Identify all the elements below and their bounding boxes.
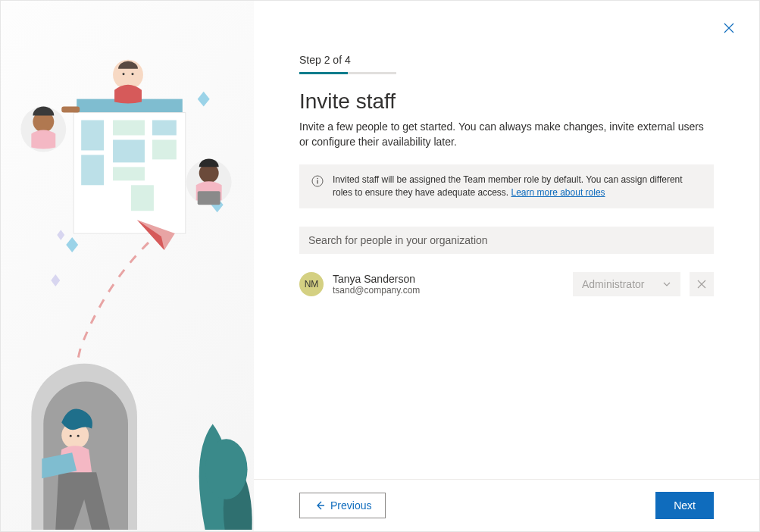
page-description: Invite a few people to get started. You … xyxy=(299,120,714,149)
svg-rect-25 xyxy=(317,180,317,184)
svg-rect-5 xyxy=(113,139,145,162)
svg-point-11 xyxy=(123,73,125,75)
next-label: Next xyxy=(674,499,696,512)
staff-email: tsand@company.com xyxy=(333,285,564,296)
close-icon xyxy=(724,23,734,33)
svg-rect-4 xyxy=(113,120,145,136)
content-panel: Step 2 of 4 Invite staff Invite a few pe… xyxy=(254,1,759,531)
illustration-panel xyxy=(1,1,254,531)
remove-staff-button[interactable] xyxy=(690,272,714,296)
step-label: Step 2 of 4 xyxy=(299,54,714,66)
svg-point-24 xyxy=(317,178,318,180)
svg-rect-3 xyxy=(81,155,104,185)
arrow-left-icon xyxy=(314,499,326,512)
staff-name: Tanya Sanderson xyxy=(333,273,564,285)
wizard-footer: Previous Next xyxy=(254,479,759,531)
svg-rect-2 xyxy=(81,120,104,151)
onboarding-illustration xyxy=(1,1,254,531)
avatar: NM xyxy=(299,272,324,296)
search-input[interactable] xyxy=(299,227,714,254)
staff-info: Tanya Sanderson tsand@company.com xyxy=(333,273,564,296)
svg-rect-8 xyxy=(152,120,177,136)
svg-point-22 xyxy=(205,439,248,499)
svg-rect-6 xyxy=(113,167,145,180)
svg-rect-15 xyxy=(61,107,80,113)
info-icon xyxy=(311,175,324,187)
close-button[interactable] xyxy=(720,19,738,37)
svg-rect-18 xyxy=(198,191,220,205)
progress-bar xyxy=(299,72,714,74)
staff-row: NM Tanya Sanderson tsand@company.com Adm… xyxy=(299,272,714,296)
chevron-down-icon xyxy=(662,280,671,289)
previous-label: Previous xyxy=(330,499,371,512)
svg-rect-7 xyxy=(131,185,154,211)
svg-rect-9 xyxy=(152,139,177,159)
svg-point-20 xyxy=(70,435,72,437)
page-title: Invite staff xyxy=(299,89,714,114)
svg-point-12 xyxy=(131,73,133,75)
progress-segment-empty xyxy=(348,72,396,74)
close-icon xyxy=(697,280,706,289)
wizard-content: Step 2 of 4 Invite staff Invite a few pe… xyxy=(254,1,759,479)
info-message: Invited staff will be assigned the Team … xyxy=(333,174,683,198)
progress-segment-filled xyxy=(299,72,348,74)
next-button[interactable]: Next xyxy=(655,492,714,519)
role-value: Administrator xyxy=(582,278,644,290)
role-select[interactable]: Administrator xyxy=(573,272,680,296)
svg-point-21 xyxy=(77,435,80,437)
previous-button[interactable]: Previous xyxy=(299,493,386,518)
learn-more-link[interactable]: Learn more about roles xyxy=(511,187,605,198)
info-callout: Invited staff will be assigned the Team … xyxy=(299,164,714,208)
info-text: Invited staff will be assigned the Team … xyxy=(333,174,702,199)
